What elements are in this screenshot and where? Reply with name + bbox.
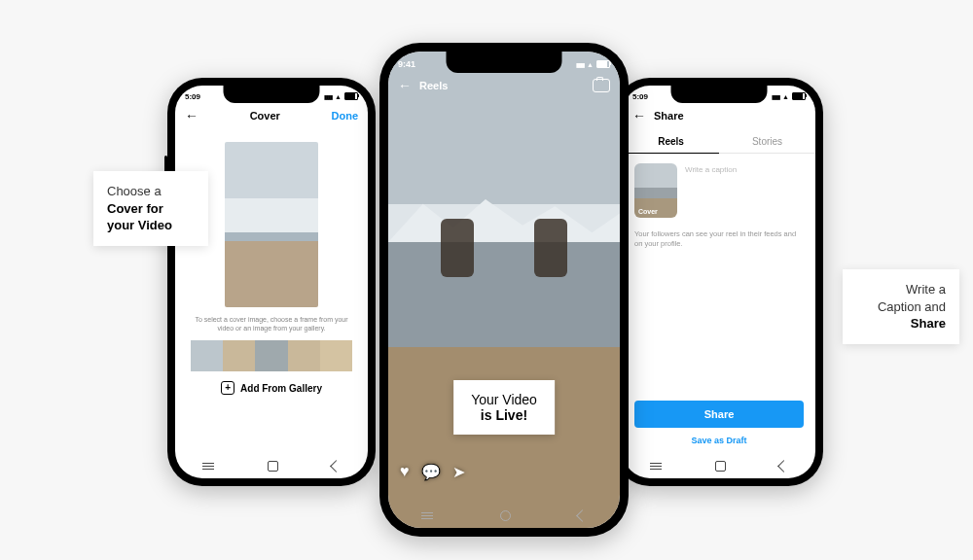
screen-reels: 9:41 ← Reels Your Video is Live! ♥ 💬 ➤ [388, 52, 620, 528]
share-icon[interactable]: ➤ [452, 463, 465, 481]
share-button[interactable]: Share [634, 401, 804, 428]
annotation-cover: Choose a Cover for your Video [93, 171, 208, 246]
back-icon[interactable]: ← [185, 109, 198, 122]
nav-back-icon[interactable] [330, 460, 342, 472]
android-navbar [388, 503, 620, 528]
plus-icon: + [221, 381, 234, 395]
nav-home-icon[interactable] [715, 461, 726, 472]
notch [447, 52, 562, 73]
live-line1: Your Video [471, 392, 537, 407]
frame-strip[interactable] [191, 340, 352, 371]
tab-stories[interactable]: Stories [719, 128, 815, 153]
reel-video[interactable] [388, 52, 620, 528]
done-button[interactable]: Done [332, 110, 359, 122]
notch [224, 86, 320, 103]
cover-help-text: To select a cover image, choose a frame … [175, 307, 368, 336]
reels-title: Reels [419, 80, 448, 91]
reels-header: ← Reels [388, 77, 620, 98]
nav-home-icon[interactable] [268, 461, 278, 472]
like-icon[interactable]: ♥ [400, 463, 410, 481]
nav-back-icon[interactable] [576, 509, 589, 522]
phone-cover: 5:09 ← Cover Done To select a cover imag… [167, 78, 376, 486]
phone-reels: 9:41 ← Reels Your Video is Live! ♥ 💬 ➤ [379, 43, 629, 537]
status-time: 9:41 [398, 59, 415, 69]
add-from-gallery-button[interactable]: + Add From Gallery [175, 371, 368, 402]
annot-l1: Choose a [107, 183, 195, 200]
camera-icon[interactable] [593, 79, 610, 92]
nav-back-icon[interactable] [777, 460, 790, 472]
save-draft-button[interactable]: Save as Draft [623, 428, 815, 453]
cover-thumb-label: Cover [638, 208, 658, 215]
annot-r3: Share [856, 315, 946, 332]
signal-icon [772, 92, 779, 101]
share-tabs: Reels Stories [623, 128, 815, 154]
battery-icon [792, 92, 806, 100]
android-navbar [623, 453, 815, 478]
visibility-note: Your followers can see your reel in thei… [623, 228, 815, 249]
nav-recent-icon[interactable] [650, 466, 662, 467]
wifi-icon [587, 59, 594, 69]
notch [671, 86, 768, 103]
add-from-gallery-label: Add From Gallery [240, 383, 322, 394]
screen-share: 5:09 ← Share Reels Stories Cover Write a… [623, 86, 815, 478]
android-navbar [175, 453, 368, 478]
share-title: Share [654, 110, 684, 122]
comment-icon[interactable]: 💬 [421, 463, 441, 481]
battery-icon [344, 92, 358, 100]
wifi-icon [782, 92, 789, 101]
cover-preview[interactable] [225, 142, 318, 307]
video-live-callout: Your Video is Live! [453, 380, 555, 435]
status-time: 5:09 [632, 92, 648, 101]
annot-l2: Cover for [107, 200, 195, 218]
back-icon[interactable]: ← [398, 79, 412, 92]
annot-r2: Caption and [856, 298, 946, 316]
annot-l3: your Video [107, 217, 195, 234]
screen-cover: 5:09 ← Cover Done To select a cover imag… [175, 86, 368, 478]
phone-share: 5:09 ← Share Reels Stories Cover Write a… [615, 78, 823, 486]
live-line2: is Live! [471, 407, 537, 423]
battery-icon [596, 60, 610, 68]
share-compose-row: Cover Write a caption [623, 154, 815, 228]
annot-r1: Write a [856, 281, 946, 298]
caption-input[interactable]: Write a caption [685, 163, 737, 218]
cover-header: ← Cover Done [175, 107, 368, 128]
signal-icon [576, 59, 584, 69]
cover-thumbnail[interactable]: Cover [634, 163, 677, 218]
share-header: ← Share [623, 107, 815, 128]
nav-recent-icon[interactable] [421, 515, 433, 516]
status-time: 5:09 [185, 92, 200, 101]
nav-home-icon[interactable] [500, 510, 511, 521]
reel-action-row: ♥ 💬 ➤ [400, 463, 465, 481]
annotation-share: Write a Caption and Share [843, 269, 959, 344]
tab-reels[interactable]: Reels [623, 128, 719, 154]
signal-icon [324, 92, 332, 101]
nav-recent-icon[interactable] [202, 466, 214, 467]
back-icon[interactable]: ← [632, 109, 646, 122]
wifi-icon [335, 92, 342, 101]
cover-title: Cover [250, 110, 280, 122]
